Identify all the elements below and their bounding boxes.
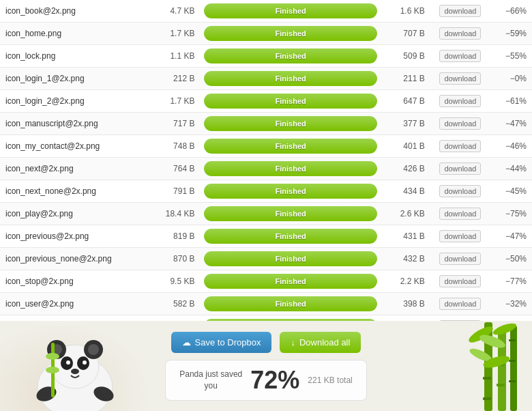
- file-new-size: 1.6 KB: [381, 0, 430, 23]
- progress-bar-fill: Finished: [204, 71, 376, 86]
- svg-rect-24: [497, 384, 505, 386]
- progress-label: Finished: [276, 119, 306, 128]
- progress-cell: Finished: [200, 158, 381, 180]
- progress-bar-wrap: Finished: [204, 94, 376, 109]
- download-link[interactable]: download: [439, 253, 481, 265]
- download-cell: download: [430, 45, 490, 68]
- file-name: icon_stop@2x.png: [0, 270, 151, 293]
- file-name: icon_zheng@2x.png: [0, 315, 151, 322]
- download-cell: download: [430, 158, 490, 180]
- file-orig-size: 819 B: [151, 225, 200, 248]
- progress-cell: Finished: [200, 203, 381, 225]
- file-savings: −44%: [490, 315, 532, 322]
- file-new-size: 432 B: [381, 248, 430, 270]
- progress-bar-fill: Finished: [204, 3, 376, 18]
- progress-cell: Finished: [200, 0, 381, 23]
- download-cell: download: [430, 225, 490, 248]
- progress-cell: Finished: [200, 293, 381, 315]
- progress-bar-fill: Finished: [204, 274, 376, 289]
- file-name: icon_home.png: [0, 23, 151, 45]
- file-savings: −47%: [490, 225, 532, 248]
- progress-bar-fill: Finished: [204, 296, 376, 311]
- download-link[interactable]: download: [439, 298, 481, 310]
- download-all-button[interactable]: ↓ Download all: [280, 332, 361, 353]
- download-cell: download: [430, 293, 490, 315]
- progress-bar-fill: Finished: [204, 206, 376, 221]
- progress-label: Finished: [276, 29, 306, 38]
- progress-bar-wrap: Finished: [204, 251, 376, 266]
- file-orig-size: 748 B: [151, 135, 200, 158]
- file-savings: −0%: [490, 68, 532, 90]
- file-orig-size: 18.4 KB: [151, 203, 200, 225]
- table-row: icon_next@2x.png 764 B Finished 426 B do…: [0, 158, 532, 180]
- file-name: icon_login_1@2x.png: [0, 68, 151, 90]
- download-link[interactable]: download: [439, 185, 481, 197]
- table-row: icon_previous_none@2x.png 870 B Finished…: [0, 248, 532, 270]
- download-link[interactable]: download: [439, 275, 481, 287]
- progress-bar-fill: Finished: [204, 161, 376, 176]
- file-orig-size: 582 B: [151, 293, 200, 315]
- progress-cell: Finished: [200, 113, 381, 135]
- file-orig-size: 764 B: [151, 158, 200, 180]
- progress-label: Finished: [276, 255, 306, 263]
- file-new-size: 2.6 KB: [381, 203, 430, 225]
- file-orig-size: 9.5 KB: [151, 270, 200, 293]
- table-row: icon_lock.png 1.1 KB Finished 509 B down…: [0, 45, 532, 68]
- progress-bar-wrap: Finished: [204, 139, 376, 154]
- progress-bar-wrap: Finished: [204, 229, 376, 244]
- download-link[interactable]: download: [439, 72, 481, 85]
- progress-bar-wrap: Finished: [204, 184, 376, 199]
- download-link[interactable]: download: [439, 208, 481, 220]
- dropbox-icon: ☁: [182, 337, 191, 348]
- download-link[interactable]: download: [439, 27, 481, 40]
- progress-bar-wrap: Finished: [204, 3, 376, 18]
- svg-point-9: [83, 360, 87, 365]
- file-orig-size: 791 B: [151, 180, 200, 203]
- download-link[interactable]: download: [439, 162, 481, 175]
- file-new-size: 416 B: [381, 315, 430, 322]
- progress-cell: Finished: [200, 315, 381, 322]
- download-link[interactable]: download: [439, 140, 481, 152]
- progress-label: Finished: [276, 210, 306, 218]
- file-new-size: 2.2 KB: [381, 270, 430, 293]
- save-to-dropbox-button[interactable]: ☁ Save to Dropbox: [171, 332, 272, 353]
- download-link[interactable]: download: [439, 230, 481, 242]
- file-name: icon_login_2@2x.png: [0, 90, 151, 113]
- table-row: icon_login_2@2x.png 1.7 KB Finished 647 …: [0, 90, 532, 113]
- progress-bar-fill: Finished: [204, 251, 376, 266]
- progress-label: Finished: [276, 7, 306, 15]
- progress-cell: Finished: [200, 68, 381, 90]
- download-link[interactable]: download: [439, 50, 481, 62]
- file-name: icon_book@2x.png: [0, 0, 151, 23]
- bamboo-icon: [382, 322, 532, 411]
- progress-bar-wrap: Finished: [204, 48, 376, 63]
- progress-bar-fill: Finished: [204, 139, 376, 154]
- file-name: icon_previous@2x.png: [0, 225, 151, 248]
- progress-bar-wrap: Finished: [204, 206, 376, 221]
- download-all-label: Download all: [299, 337, 350, 348]
- dropbox-button-label: Save to Dropbox: [195, 337, 261, 348]
- progress-bar-wrap: Finished: [204, 274, 376, 289]
- file-savings: −75%: [490, 203, 532, 225]
- table-row: icon_zheng@2x.png 744 B Finished 416 B d…: [0, 315, 532, 322]
- download-cell: download: [430, 90, 490, 113]
- file-name: icon_previous_none@2x.png: [0, 248, 151, 270]
- savings-text: Panda just saved you: [179, 369, 242, 392]
- file-name: icon_user@2x.png: [0, 293, 151, 315]
- file-name: icon_lock.png: [0, 45, 151, 68]
- progress-cell: Finished: [200, 45, 381, 68]
- download-link[interactable]: download: [439, 95, 481, 107]
- progress-cell: Finished: [200, 270, 381, 293]
- file-savings: −55%: [490, 45, 532, 68]
- download-link[interactable]: download: [439, 5, 481, 17]
- file-orig-size: 1.7 KB: [151, 90, 200, 113]
- file-new-size: 211 B: [381, 68, 430, 90]
- progress-label: Finished: [276, 300, 306, 308]
- table-row: icon_next_none@2x.png 791 B Finished 434…: [0, 180, 532, 203]
- svg-rect-28: [509, 380, 516, 382]
- table-row: icon_home.png 1.7 KB Finished 707 B down…: [0, 23, 532, 45]
- progress-label: Finished: [276, 277, 306, 285]
- progress-label: Finished: [276, 52, 306, 60]
- progress-bar-wrap: Finished: [204, 71, 376, 86]
- download-link[interactable]: download: [439, 117, 481, 130]
